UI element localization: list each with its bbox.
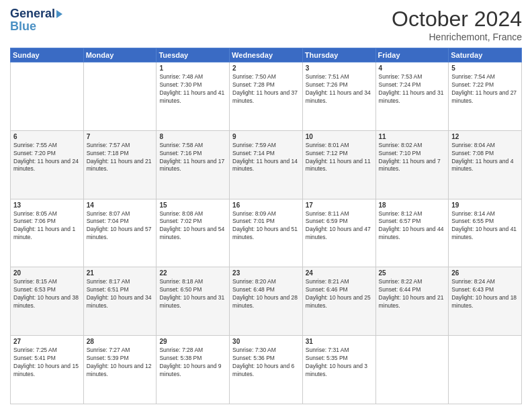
day-info: Sunrise: 7:27 AM Sunset: 5:39 PM Dayligh…: [87, 347, 154, 379]
day-number: 8: [159, 133, 226, 140]
day-number: 27: [13, 338, 81, 345]
day-number: 23: [232, 269, 300, 277]
day-number: 12: [451, 133, 519, 140]
col-saturday: Saturday: [449, 48, 522, 62]
table-row: 31Sunrise: 7:31 AM Sunset: 5:35 PM Dayli…: [302, 336, 375, 404]
logo-text: General: [10, 7, 64, 21]
table-row: 11Sunrise: 8:02 AM Sunset: 7:10 PM Dayli…: [375, 130, 449, 199]
day-number: 16: [232, 201, 300, 209]
logo-blue-text: Blue: [10, 19, 36, 34]
day-number: 18: [379, 201, 446, 209]
day-number: 11: [379, 133, 446, 140]
col-thursday: Thursday: [302, 48, 375, 62]
table-row: 21Sunrise: 8:17 AM Sunset: 6:51 PM Dayli…: [83, 267, 157, 336]
table-row: 22Sunrise: 8:18 AM Sunset: 6:50 PM Dayli…: [157, 267, 230, 336]
month-title: October 2024: [392, 7, 522, 32]
day-info: Sunrise: 8:11 AM Sunset: 6:59 PM Dayligh…: [306, 210, 373, 242]
day-info: Sunrise: 7:28 AM Sunset: 5:38 PM Dayligh…: [159, 347, 226, 379]
day-info: Sunrise: 8:08 AM Sunset: 7:02 PM Dayligh…: [159, 210, 226, 242]
logo-wrapper: General: [10, 7, 64, 21]
table-row: 13Sunrise: 8:05 AM Sunset: 7:06 PM Dayli…: [11, 199, 84, 267]
table-row: 25Sunrise: 8:22 AM Sunset: 6:44 PM Dayli…: [375, 267, 449, 336]
table-row: 12Sunrise: 8:04 AM Sunset: 7:08 PM Dayli…: [449, 130, 522, 199]
table-row: 5Sunrise: 7:54 AM Sunset: 7:22 PM Daylig…: [449, 62, 522, 131]
day-number: 26: [451, 269, 519, 277]
table-row: 10Sunrise: 8:01 AM Sunset: 7:12 PM Dayli…: [302, 130, 375, 199]
day-info: Sunrise: 8:15 AM Sunset: 6:53 PM Dayligh…: [13, 278, 81, 310]
day-info: Sunrise: 8:05 AM Sunset: 7:06 PM Dayligh…: [13, 210, 81, 242]
day-info: Sunrise: 8:18 AM Sunset: 6:50 PM Dayligh…: [159, 278, 226, 310]
table-row: 8Sunrise: 7:58 AM Sunset: 7:16 PM Daylig…: [157, 130, 230, 199]
day-number: 5: [451, 64, 519, 72]
table-row: 6Sunrise: 7:55 AM Sunset: 7:20 PM Daylig…: [11, 130, 84, 199]
day-number: 13: [13, 201, 81, 209]
col-sunday: Sunday: [11, 48, 84, 62]
col-friday: Friday: [375, 48, 449, 62]
table-row: [11, 62, 84, 131]
day-info: Sunrise: 7:54 AM Sunset: 7:22 PM Dayligh…: [451, 73, 519, 105]
col-monday: Monday: [83, 48, 157, 62]
day-info: Sunrise: 7:59 AM Sunset: 7:14 PM Dayligh…: [232, 142, 300, 174]
day-info: Sunrise: 7:48 AM Sunset: 7:30 PM Dayligh…: [159, 73, 226, 105]
calendar-week-row: 20Sunrise: 8:15 AM Sunset: 6:53 PM Dayli…: [11, 267, 522, 336]
table-row: 20Sunrise: 8:15 AM Sunset: 6:53 PM Dayli…: [11, 267, 84, 336]
day-number: 31: [306, 338, 373, 345]
day-info: Sunrise: 8:17 AM Sunset: 6:51 PM Dayligh…: [87, 278, 154, 310]
table-row: 7Sunrise: 7:57 AM Sunset: 7:18 PM Daylig…: [83, 130, 157, 199]
table-row: 18Sunrise: 8:12 AM Sunset: 6:57 PM Dayli…: [375, 199, 449, 267]
table-row: 4Sunrise: 7:53 AM Sunset: 7:24 PM Daylig…: [375, 62, 449, 131]
day-number: 4: [379, 64, 446, 72]
day-number: 24: [306, 269, 373, 277]
table-row: 28Sunrise: 7:27 AM Sunset: 5:39 PM Dayli…: [83, 336, 157, 404]
table-row: [83, 62, 157, 131]
day-number: 15: [159, 201, 226, 209]
day-info: Sunrise: 8:20 AM Sunset: 6:48 PM Dayligh…: [232, 278, 300, 310]
day-info: Sunrise: 7:25 AM Sunset: 5:41 PM Dayligh…: [13, 347, 81, 379]
calendar-week-row: 6Sunrise: 7:55 AM Sunset: 7:20 PM Daylig…: [11, 130, 522, 199]
day-info: Sunrise: 8:12 AM Sunset: 6:57 PM Dayligh…: [379, 210, 446, 242]
day-number: 6: [13, 133, 81, 140]
table-row: 30Sunrise: 7:30 AM Sunset: 5:36 PM Dayli…: [230, 336, 303, 404]
table-row: 15Sunrise: 8:08 AM Sunset: 7:02 PM Dayli…: [157, 199, 230, 267]
day-number: 29: [159, 338, 226, 345]
day-info: Sunrise: 8:24 AM Sunset: 6:43 PM Dayligh…: [451, 278, 519, 310]
day-info: Sunrise: 8:04 AM Sunset: 7:08 PM Dayligh…: [451, 142, 519, 174]
calendar-table: Sunday Monday Tuesday Wednesday Thursday…: [10, 48, 522, 404]
col-tuesday: Tuesday: [157, 48, 230, 62]
day-number: 1: [159, 64, 226, 72]
day-number: 25: [379, 269, 446, 277]
day-number: 10: [306, 133, 373, 140]
table-row: 3Sunrise: 7:51 AM Sunset: 7:26 PM Daylig…: [302, 62, 375, 131]
day-info: Sunrise: 7:53 AM Sunset: 7:24 PM Dayligh…: [379, 73, 446, 105]
day-number: 28: [87, 338, 154, 345]
day-info: Sunrise: 7:51 AM Sunset: 7:26 PM Dayligh…: [306, 73, 373, 105]
table-row: 19Sunrise: 8:14 AM Sunset: 6:55 PM Dayli…: [449, 199, 522, 267]
location-title: Henrichemont, France: [392, 32, 522, 42]
logo-triangle-icon: [56, 10, 62, 18]
logo-general-text: General: [10, 7, 55, 21]
day-number: 2: [232, 64, 300, 72]
table-row: 24Sunrise: 8:21 AM Sunset: 6:46 PM Dayli…: [302, 267, 375, 336]
day-number: 30: [232, 338, 300, 345]
day-info: Sunrise: 7:30 AM Sunset: 5:36 PM Dayligh…: [232, 347, 300, 379]
day-number: 20: [13, 269, 81, 277]
day-number: 21: [87, 269, 154, 277]
calendar-week-row: 27Sunrise: 7:25 AM Sunset: 5:41 PM Dayli…: [11, 336, 522, 404]
table-row: 29Sunrise: 7:28 AM Sunset: 5:38 PM Dayli…: [157, 336, 230, 404]
day-info: Sunrise: 7:55 AM Sunset: 7:20 PM Dayligh…: [13, 142, 81, 174]
day-number: 9: [232, 133, 300, 140]
day-info: Sunrise: 7:31 AM Sunset: 5:35 PM Dayligh…: [306, 347, 373, 379]
day-number: 22: [159, 269, 226, 277]
day-info: Sunrise: 8:02 AM Sunset: 7:10 PM Dayligh…: [379, 142, 446, 174]
table-row: 27Sunrise: 7:25 AM Sunset: 5:41 PM Dayli…: [11, 336, 84, 404]
day-info: Sunrise: 8:21 AM Sunset: 6:46 PM Dayligh…: [306, 278, 373, 310]
day-number: 7: [87, 133, 154, 140]
day-number: 14: [87, 201, 154, 209]
calendar-week-row: 13Sunrise: 8:05 AM Sunset: 7:06 PM Dayli…: [11, 199, 522, 267]
col-wednesday: Wednesday: [230, 48, 303, 62]
day-info: Sunrise: 8:01 AM Sunset: 7:12 PM Dayligh…: [306, 142, 373, 174]
day-info: Sunrise: 8:07 AM Sunset: 7:04 PM Dayligh…: [87, 210, 154, 242]
page: General Blue October 2024 Henrichemont, …: [0, 0, 532, 411]
day-info: Sunrise: 8:14 AM Sunset: 6:55 PM Dayligh…: [451, 210, 519, 242]
day-info: Sunrise: 7:57 AM Sunset: 7:18 PM Dayligh…: [87, 142, 154, 174]
